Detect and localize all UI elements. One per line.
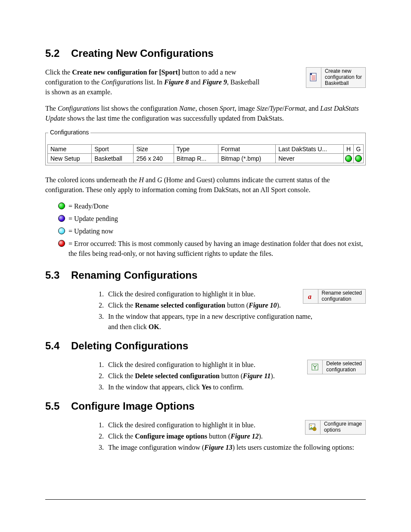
col-size: Size <box>134 144 174 153</box>
heading-5-2: 5.2Creating New Configurations <box>45 47 366 59</box>
col-type: Type <box>174 144 218 153</box>
configurations-table-figure: Configurations Name Sport Size Type Form… <box>45 133 366 165</box>
cell-format: Bitmap (*.bmp) <box>218 153 275 163</box>
configurations-table: Name Sport Size Type Format Last DakStat… <box>47 144 364 163</box>
cell-last: Never <box>276 153 344 163</box>
col-format: Format <box>218 144 275 153</box>
paragraph: Click the Create new configuration for [… <box>45 67 261 97</box>
rename-config-button-figure: a Rename selected configuration <box>303 289 366 304</box>
table-header-row: Name Sport Size Type Format Last DakStat… <box>48 144 364 153</box>
heading-text: Deleting Configurations <box>71 340 188 352</box>
steps-renaming: Click the desired configuration to highl… <box>45 289 321 332</box>
button-label: Configure image <box>324 421 362 427</box>
cell-type: Bitmap R... <box>174 153 218 163</box>
button-label: Basketball <box>325 81 362 87</box>
list-item: Click the Rename selected configuration … <box>106 300 321 311</box>
table-row: New Setup Basketball 256 x 240 Bitmap R.… <box>48 153 364 163</box>
heading-number: 5.4 <box>45 340 71 352</box>
paragraph: The colored icons underneath the H and G… <box>45 175 366 195</box>
list-item: In the window that appears, click Yes to… <box>106 382 366 392</box>
status-dot-ready-icon <box>58 202 65 209</box>
button-label: configuration for <box>325 75 362 81</box>
status-dot-ready-icon <box>355 155 362 162</box>
heading-5-3: 5.3Renaming Configurations <box>45 269 366 281</box>
rename-icon: a <box>303 289 318 303</box>
button-label: configuration <box>326 367 362 373</box>
svg-rect-1 <box>310 73 312 75</box>
status-dot-ready-icon <box>345 155 352 162</box>
heading-number: 5.3 <box>45 269 71 281</box>
heading-text: Renaming Configurations <box>71 269 197 281</box>
document-page: 5.2Creating New Configurations Create ne… <box>0 0 411 532</box>
svg-text:a: a <box>308 293 311 300</box>
button-label: options <box>324 427 362 433</box>
cell-g-status <box>354 153 364 163</box>
status-dot-error-icon <box>58 240 65 247</box>
col-sport: Sport <box>92 144 134 153</box>
new-document-icon <box>306 68 321 87</box>
legend-pending: = Update pending <box>45 214 366 224</box>
heading-text: Creating New Configurations <box>71 47 214 59</box>
list-item: The image configuration window (Figure 1… <box>106 442 366 453</box>
legend-ready: = Ready/Done <box>45 201 366 211</box>
legend-error: = Error occurred: This is most commonly … <box>45 239 366 258</box>
heading-5-5: 5.5Configure Image Options <box>45 400 366 412</box>
col-h: H <box>344 144 354 153</box>
button-label: configuration <box>322 296 362 302</box>
col-last: Last DakStats U... <box>276 144 344 153</box>
delete-icon <box>308 360 323 374</box>
group-legend: Configurations <box>48 129 90 136</box>
button-label: Rename selected <box>322 290 362 296</box>
heading-text: Configure Image Options <box>71 400 195 412</box>
heading-number: 5.5 <box>45 400 71 412</box>
legend-updating: = Updating now <box>45 226 366 236</box>
heading-5-4: 5.4Deleting Configurations <box>45 340 366 352</box>
col-g: G <box>354 144 364 153</box>
cell-sport: Basketball <box>92 153 134 163</box>
list-item: In the window that appears, type in a ne… <box>106 311 321 332</box>
cell-size: 256 x 240 <box>134 153 174 163</box>
footer-rule <box>45 499 366 500</box>
status-dot-updating-icon <box>58 227 65 234</box>
list-item: Click the desired configuration to highl… <box>106 289 321 299</box>
heading-number: 5.2 <box>45 47 71 59</box>
cell-name: New Setup <box>48 153 92 163</box>
configure-image-button-figure: Configure image options <box>305 420 366 435</box>
svg-point-9 <box>310 425 311 426</box>
create-config-button-figure: Create new configuration for Basketball <box>306 67 366 88</box>
cell-h-status <box>344 153 354 163</box>
image-options-icon <box>305 420 321 434</box>
button-label: Create new <box>325 68 362 75</box>
status-legend: = Ready/Done = Update pending = Updating… <box>45 201 366 259</box>
button-label: Delete selected <box>326 361 362 367</box>
paragraph: The Configurations list shows the config… <box>45 103 366 123</box>
delete-config-button-figure: Delete selected configuration <box>307 360 366 374</box>
status-dot-pending-icon <box>58 215 65 222</box>
col-name: Name <box>48 144 92 153</box>
